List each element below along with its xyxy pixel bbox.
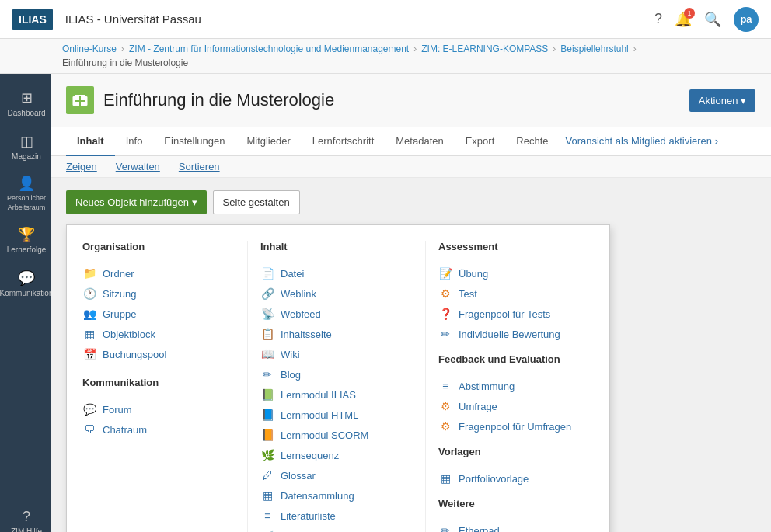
- add-object-button[interactable]: Neues Objekt hinzufügen ▾: [66, 190, 207, 214]
- dropdown-item-lm-ilias[interactable]: 📗 Lernmodul ILIAS: [260, 384, 413, 405]
- breadcrumb-elearning[interactable]: ZIM: E-LEARNING-KOMPASS: [421, 43, 548, 54]
- dropdown-item-blog[interactable]: ✏ Blog: [260, 364, 413, 384]
- sidebar-label-arbeitsraum: Persönlicher Arbeitsraum: [5, 194, 47, 212]
- ordner-icon: 📁: [82, 266, 96, 280]
- sidebar-item-magazin[interactable]: ◫ Magazin: [0, 125, 51, 169]
- sitzung-icon: 🕐: [82, 287, 96, 301]
- dropdown-item-abstimmung[interactable]: ≡ Abstimmung: [438, 376, 594, 396]
- weblink-icon: 🔗: [260, 287, 274, 301]
- mediacast-icon: 📻: [260, 529, 274, 532]
- lernsequenz-icon: 🌿: [260, 448, 274, 462]
- dropdown-item-uebung[interactable]: 📝 Übung: [438, 263, 594, 283]
- sidebar: ⊞ Dashboard ◫ Magazin 👤 Persönlicher Arb…: [0, 74, 51, 532]
- dropdown-item-webfeed[interactable]: 📡 Webfeed: [260, 304, 413, 324]
- dropdown-item-objektblock[interactable]: ▦ Objektblock: [82, 324, 235, 344]
- datei-icon: 📄: [260, 266, 274, 280]
- breadcrumb-beispiel[interactable]: Beispiellehrstuhl: [560, 43, 628, 54]
- dropdown-item-umfrage[interactable]: ⚙ Umfrage: [438, 396, 594, 416]
- objektblock-icon: ▦: [82, 327, 96, 341]
- top-navbar: ILIAS ILIAS - Universität Passau ? 🔔 1 🔍…: [0, 0, 771, 39]
- dropdown-item-sitzung[interactable]: 🕐 Sitzung: [82, 283, 235, 304]
- dropdown-item-inhaltsseite[interactable]: 📋 Inhaltsseite: [260, 324, 413, 344]
- search-icon[interactable]: 🔍: [704, 11, 721, 28]
- dropdown-item-gruppe[interactable]: 👥 Gruppe: [82, 304, 235, 324]
- dropdown-item-lm-scorm[interactable]: 📙 Lernmodul SCORM: [260, 425, 413, 445]
- app-title: ILIAS - Universität Passau: [65, 12, 654, 26]
- dropdown-item-etherpad[interactable]: ✏ Etherpad: [438, 520, 594, 532]
- subtab-sortieren[interactable]: Sortieren: [179, 161, 220, 172]
- tab-export[interactable]: Export: [455, 127, 506, 156]
- sidebar-item-lernerfolge[interactable]: 🏆 Lernerfolge: [0, 218, 51, 262]
- tab-voransicht[interactable]: Voransicht als Mitglied aktivieren ›: [559, 127, 724, 155]
- dropdown-header-weitere: Weitere: [438, 498, 594, 513]
- top-nav-icons: ? 🔔 1 🔍 pa: [654, 7, 759, 32]
- dropdown-item-fragenpool-umfragen[interactable]: ⚙ Fragenpool für Umfragen: [438, 416, 594, 436]
- fragenpool-tests-icon: ❓: [438, 307, 452, 321]
- inhaltsseite-icon: 📋: [260, 327, 274, 341]
- spacer-3: [438, 436, 594, 446]
- chatraum-icon: 🗨: [82, 422, 96, 436]
- arbeitsraum-icon: 👤: [18, 175, 35, 192]
- tab-mitglieder[interactable]: Mitglieder: [235, 127, 301, 156]
- dropdown-menu: Organisation 📁 Ordner 🕐 Sitzung 👥 Gruppe: [66, 224, 610, 532]
- sidebar-label-dashboard: Dashboard: [8, 109, 46, 117]
- individuelle-bewertung-icon: ✏: [438, 327, 452, 341]
- tab-inhalt[interactable]: Inhalt: [66, 127, 115, 156]
- sidebar-label-zimhilfe: ZIM Hilfe: [11, 527, 42, 532]
- dropdown-item-portfoliovorlage[interactable]: ▦ Portfoliovorlage: [438, 468, 594, 489]
- dropdown-header-vorlagen: Vorlagen: [438, 446, 594, 461]
- avatar[interactable]: pa: [734, 7, 759, 32]
- sidebar-label-lernerfolge: Lernerfolge: [7, 245, 47, 254]
- breadcrumb-sep-3: ›: [553, 43, 556, 54]
- dropdown-header-kommunikation: Kommunikation: [82, 377, 235, 391]
- sidebar-item-arbeitsraum[interactable]: 👤 Persönlicher Arbeitsraum: [0, 169, 51, 218]
- dropdown-item-fragenpool-tests[interactable]: ❓ Fragenpool für Tests: [438, 304, 594, 324]
- breadcrumb-current: Einführung in die Musterologie: [62, 57, 188, 68]
- content-body: Neues Objekt hinzufügen ▾ Seite gestalte…: [51, 178, 771, 239]
- dropdown-item-ordner[interactable]: 📁 Ordner: [82, 263, 235, 283]
- dropdown-item-individuelle-bewertung[interactable]: ✏ Individuelle Bewertung: [438, 324, 594, 344]
- dropdown-item-lm-html[interactable]: 📘 Lernmodul HTML: [260, 405, 413, 425]
- abstimmung-icon: ≡: [438, 379, 452, 393]
- subtab-zeigen[interactable]: Zeigen: [66, 161, 97, 172]
- tab-info[interactable]: Info: [115, 127, 154, 156]
- dropdown-item-weblink[interactable]: 🔗 Weblink: [260, 283, 413, 304]
- sidebar-item-dashboard[interactable]: ⊞ Dashboard: [0, 82, 51, 125]
- design-page-button[interactable]: Seite gestalten: [213, 190, 300, 214]
- tabs-bar: Inhalt Info Einstellungen Mitglieder Ler…: [51, 127, 771, 156]
- dashboard-icon: ⊞: [21, 89, 33, 106]
- spacer-2: [438, 344, 594, 353]
- literaturliste-icon: ≡: [260, 509, 274, 523]
- page-header-left: Einführung in die Musterologie: [66, 86, 334, 114]
- page-icon: [66, 86, 94, 114]
- notifications-icon[interactable]: 🔔 1: [675, 11, 692, 28]
- actions-button[interactable]: Aktionen ▾: [689, 89, 755, 112]
- dropdown-item-glossar[interactable]: 🖊 Glossar: [260, 465, 413, 485]
- dropdown-item-lernsequenz[interactable]: 🌿 Lernsequenz: [260, 445, 413, 465]
- help-icon[interactable]: ?: [654, 11, 662, 27]
- dropdown-header-inhalt: Inhalt: [260, 241, 413, 256]
- dropdown-item-test[interactable]: ⚙ Test: [438, 283, 594, 304]
- dropdown-item-forum[interactable]: 💬 Forum: [82, 399, 235, 419]
- dropdown-item-datensammlung[interactable]: ▦ Datensammlung: [260, 485, 413, 506]
- test-icon: ⚙: [438, 287, 452, 301]
- dropdown-item-literaturliste[interactable]: ≡ Literaturliste: [260, 506, 413, 526]
- breadcrumb-online-kurse[interactable]: Online-Kurse: [62, 43, 117, 54]
- dropdown-item-buchungspool[interactable]: 📅 Buchungspool: [82, 344, 235, 364]
- portfoliovorlage-icon: ▦: [438, 471, 452, 485]
- tab-rechte[interactable]: Rechte: [505, 127, 559, 156]
- dropdown-item-datei[interactable]: 📄 Datei: [260, 263, 413, 283]
- dropdown-item-wiki[interactable]: 📖 Wiki: [260, 344, 413, 364]
- dropdown-item-chatraum[interactable]: 🗨 Chatraum: [82, 419, 235, 440]
- dropdown-item-mediacast[interactable]: 📻 Mediacast: [260, 526, 413, 532]
- dropdown-header-assessment: Assessment: [438, 241, 594, 256]
- sidebar-item-kommunikation[interactable]: 💬 Kommunikation: [0, 262, 51, 305]
- sidebar-item-zimhilfe[interactable]: ? ZIM Hilfe: [0, 501, 51, 532]
- tab-lernfortschritt[interactable]: Lernfortschritt: [302, 127, 385, 156]
- tab-einstellungen[interactable]: Einstellungen: [153, 127, 235, 156]
- breadcrumb-zim[interactable]: ZIM - Zentrum für Informationstechnologi…: [129, 43, 409, 54]
- breadcrumb: Online-Kurse › ZIM - Zentrum für Informa…: [0, 39, 771, 74]
- subtab-verwalten[interactable]: Verwalten: [116, 161, 160, 172]
- tab-metadaten[interactable]: Metadaten: [385, 127, 454, 156]
- fragenpool-umfragen-icon: ⚙: [438, 419, 452, 433]
